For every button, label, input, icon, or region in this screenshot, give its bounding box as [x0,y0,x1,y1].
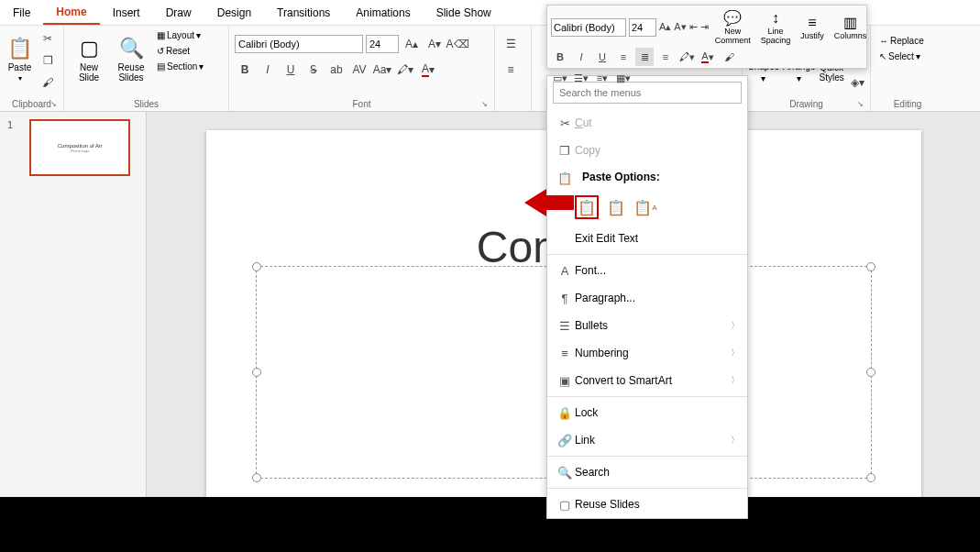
mini-bold-icon[interactable]: B [551,48,569,66]
resize-handle[interactable] [866,262,875,271]
mini-font-color-icon[interactable]: A▾ [699,48,717,66]
chevron-right-icon: 〉 [731,374,740,387]
resize-handle[interactable] [252,262,261,271]
clipboard-icon: 📋 [7,37,32,61]
paste-use-destination-theme[interactable]: 📋 [575,195,599,219]
mini-increase-indent-icon[interactable]: ⇥ [700,18,709,37]
paste-button[interactable]: 📋 Paste ▾ [6,28,34,91]
layout-button[interactable]: ▦ Layout ▾ [154,28,206,42]
mini-numbering-icon[interactable]: ≡▾ [593,69,611,87]
group-paragraph: ☰ ≡ [495,26,532,111]
tab-slideshow[interactable]: Slide Show [424,2,504,24]
context-smartart[interactable]: ▣ Convert to SmartArt 〉 [547,367,747,394]
context-menu: ✂ CuCutt ❐ Copy 📋 Paste Options: 📋 📋 📋A … [546,75,748,519]
strikethrough-icon[interactable]: S̶ [303,60,324,80]
change-case-icon[interactable]: Aa▾ [372,60,392,80]
mini-highlight-icon[interactable]: 🖍▾ [677,48,696,66]
context-font[interactable]: A Font... [547,257,747,284]
section-button[interactable]: ▤ Section ▾ [154,60,206,73]
mini-bullets-icon[interactable]: ☰▾ [572,69,590,87]
chevron-right-icon: 〉 [731,434,740,447]
slide-thumbnail[interactable]: Composition of Air Percentage [29,119,130,176]
mini-decrease-font-icon[interactable]: A▾ [674,18,686,37]
select-button[interactable]: ↖ Select ▾ [876,50,923,63]
font-group-label: Font ↘ [235,97,489,111]
mini-underline-icon[interactable]: U [593,48,611,66]
resize-handle[interactable] [866,473,875,482]
mini-justify-button[interactable]: ≡Justify [797,15,828,40]
shadow-icon[interactable]: ab [326,60,347,80]
mini-size-select[interactable] [629,18,656,37]
context-search-item[interactable]: 🔍 Search [547,458,747,486]
chevron-down-icon: ▾ [18,74,22,83]
context-reuse-slides[interactable]: ▢ Reuse Slides [547,491,747,518]
tab-insert[interactable]: Insert [100,2,153,24]
mini-line-spacing-button[interactable]: ↕Line Spacing [757,10,795,45]
format-painter-icon[interactable]: 🖌 [38,72,58,93]
spacing-icon[interactable]: AV [349,60,369,80]
mini-align-left-icon[interactable]: ≡ [614,48,633,66]
workspace: 1 Composition of Air Percentage Composi … [0,112,980,497]
highlight-icon[interactable]: 🖍▾ [395,60,415,80]
underline-icon[interactable]: U [281,60,301,80]
smartart-icon: ▣ [555,374,575,388]
cut-icon[interactable]: ✂ [38,28,58,49]
tab-transitions[interactable]: Transitions [264,2,343,24]
font-icon: A [555,264,575,278]
font-size-select[interactable] [366,35,399,53]
reuse-slides-button[interactable]: 🔍 Reuse Slides [112,28,150,91]
paste-keep-source-formatting[interactable]: 📋 [604,195,628,219]
mini-align-right-icon[interactable]: ≡ [656,48,675,66]
context-copy: ❐ Copy [547,137,747,164]
mini-font-select[interactable] [551,18,626,37]
drawing-dialog-launcher[interactable]: ↘ [855,100,864,109]
new-slide-label: New Slide [79,62,99,83]
reset-button[interactable]: ↺ Reset [154,44,206,58]
copy-icon[interactable]: ❐ [38,50,58,71]
font-color-icon[interactable]: A▾ [418,60,438,80]
replace-button[interactable]: ↔ Replace [876,34,927,48]
mini-format-painter-icon[interactable]: 🖌 [720,48,738,66]
clipboard-dialog-launcher[interactable]: ↘ [49,100,58,109]
font-dialog-launcher[interactable]: ↘ [479,100,489,109]
context-paragraph[interactable]: ¶ Paragraph... [547,284,747,312]
mini-new-comment-button[interactable]: 💬New Comment [711,9,754,45]
bold-icon[interactable]: B [235,60,255,80]
tab-file[interactable]: File [0,2,43,24]
context-bullets[interactable]: ☰ Bullets 〉 [547,312,747,339]
clear-formatting-icon[interactable]: A⌫ [447,34,468,54]
context-numbering[interactable]: ≡ Numbering 〉 [547,339,747,367]
resize-handle[interactable] [252,368,261,377]
mini-align-center-icon[interactable]: ≣ [635,48,654,66]
context-exit-edit[interactable]: Exit Edit Text [547,225,747,252]
bullets-icon[interactable]: ☰ [501,34,521,54]
group-font: A▴ A▾ A⌫ B I U S̶ ab AV Aa▾ 🖍▾ A▾ Font ↘ [229,26,495,111]
tab-draw[interactable]: Draw [153,2,204,24]
font-name-select[interactable] [235,35,363,53]
mini-increase-font-icon[interactable]: A▴ [659,18,671,37]
resize-handle[interactable] [252,473,261,482]
separator [547,396,747,397]
mini-columns-button[interactable]: ▥Columns [831,14,871,40]
tab-home[interactable]: Home [43,1,99,25]
select-icon: ↖ [879,51,886,61]
numbering-icon: ≡ [555,347,575,360]
tab-design[interactable]: Design [204,2,264,24]
search-icon: 🔍 [555,466,575,480]
mini-decrease-indent-icon[interactable]: ⇤ [689,18,698,37]
tab-animations[interactable]: Animations [343,2,423,24]
context-link[interactable]: 🔗 Link 〉 [547,426,747,454]
context-lock[interactable]: 🔒 Lock [547,399,747,426]
mini-italic-icon[interactable]: I [572,48,590,66]
decrease-font-icon[interactable]: A▾ [424,34,445,54]
paste-text-only[interactable]: 📋A [633,195,657,219]
increase-font-icon[interactable]: A▴ [402,34,422,54]
chevron-right-icon: 〉 [731,319,740,332]
mini-styles-icon[interactable]: ▭▾ [551,69,569,87]
new-slide-button[interactable]: ▢ New Slide [70,28,108,91]
paragraph-icon: ¶ [555,292,575,305]
align-left-icon[interactable]: ≡ [501,60,521,80]
italic-icon[interactable]: I [258,60,278,80]
mini-extra-icon[interactable]: ▦▾ [614,69,633,87]
resize-handle[interactable] [866,368,875,377]
